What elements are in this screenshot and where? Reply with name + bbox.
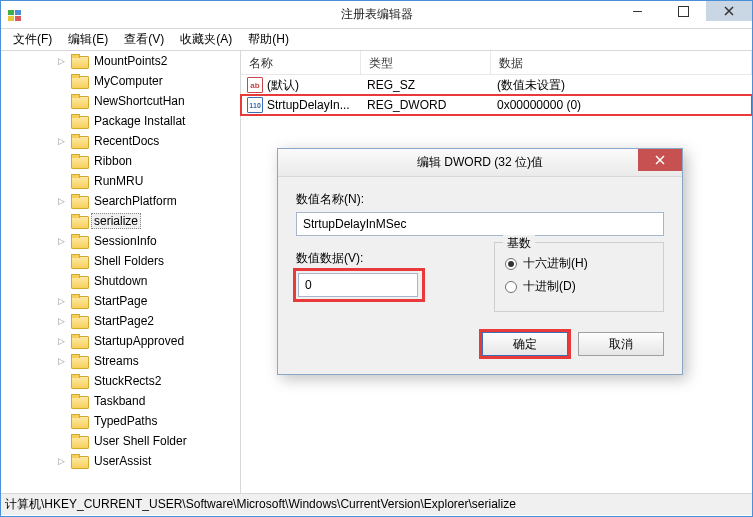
radio-dec[interactable]	[505, 281, 517, 293]
value-type: REG_SZ	[361, 78, 491, 92]
tree-arrow-icon[interactable]	[55, 296, 67, 306]
tree-item-taskband[interactable]: Taskband	[1, 391, 240, 411]
tree-item-label: RecentDocs	[91, 133, 162, 149]
folder-icon	[71, 254, 87, 268]
menu-view[interactable]: 查看(V)	[116, 29, 172, 50]
svg-rect-2	[8, 16, 14, 21]
close-button[interactable]	[706, 1, 752, 21]
ok-button-label: 确定	[513, 336, 537, 353]
tree-arrow-icon[interactable]	[55, 336, 67, 346]
col-type[interactable]: 类型	[361, 51, 491, 74]
tree-arrow-icon[interactable]	[55, 136, 67, 146]
folder-icon	[71, 274, 87, 288]
value-data-input[interactable]	[298, 273, 418, 297]
value-data: (数值未设置)	[491, 77, 752, 94]
tree-item-userassist[interactable]: UserAssist	[1, 451, 240, 471]
value-data-label: 数值数据(V):	[296, 250, 476, 267]
tree-arrow-icon[interactable]	[55, 56, 67, 66]
tree-arrow-icon[interactable]	[55, 356, 67, 366]
folder-icon	[71, 134, 87, 148]
tree-item-label: StuckRects2	[91, 373, 164, 389]
tree-item-searchplatform[interactable]: SearchPlatform	[1, 191, 240, 211]
tree-arrow-icon[interactable]	[55, 456, 67, 466]
folder-icon	[71, 354, 87, 368]
tree-item-serialize[interactable]: serialize	[1, 211, 240, 231]
svg-rect-3	[15, 16, 21, 21]
tree-item-streams[interactable]: Streams	[1, 351, 240, 371]
radio-hex[interactable]	[505, 258, 517, 270]
folder-icon	[71, 414, 87, 428]
tree-arrow-icon[interactable]	[55, 316, 67, 326]
value-name-input[interactable]	[296, 212, 664, 236]
tree-item-label: RunMRU	[91, 173, 146, 189]
value-data: 0x00000000 (0)	[491, 98, 752, 112]
folder-icon	[71, 374, 87, 388]
tree-item-newshortcuthan[interactable]: NewShortcutHan	[1, 91, 240, 111]
radio-dec-label: 十进制(D)	[523, 278, 576, 295]
maximize-button[interactable]	[660, 1, 706, 21]
minimize-button[interactable]	[614, 1, 660, 21]
folder-icon	[71, 54, 87, 68]
tree-item-shell-folders[interactable]: Shell Folders	[1, 251, 240, 271]
tree-pane: MountPoints2MyComputerNewShortcutHanPack…	[1, 51, 241, 493]
tree-item-label: NewShortcutHan	[91, 93, 188, 109]
string-value-icon: ab	[247, 77, 263, 93]
tree-item-label: StartPage	[91, 293, 150, 309]
tree-item-label: serialize	[91, 213, 141, 229]
menu-edit[interactable]: 编辑(E)	[60, 29, 116, 50]
dialog-titlebar[interactable]: 编辑 DWORD (32 位)值	[278, 149, 682, 177]
svg-rect-1	[15, 10, 21, 15]
tree-item-stuckrects2[interactable]: StuckRects2	[1, 371, 240, 391]
folder-icon	[71, 234, 87, 248]
tree-item-sessioninfo[interactable]: SessionInfo	[1, 231, 240, 251]
list-body: ab(默认)REG_SZ(数值未设置)110StrtupDelayIn...RE…	[241, 75, 752, 115]
col-name[interactable]: 名称	[241, 51, 361, 74]
folder-icon	[71, 94, 87, 108]
tree-arrow-icon[interactable]	[55, 236, 67, 246]
tree-item-label: SessionInfo	[91, 233, 160, 249]
folder-icon	[71, 194, 87, 208]
tree-item-ribbon[interactable]: Ribbon	[1, 151, 240, 171]
ok-button[interactable]: 确定	[482, 332, 568, 356]
folder-icon	[71, 114, 87, 128]
col-data[interactable]: 数据	[491, 51, 752, 74]
radio-hex-row[interactable]: 十六进制(H)	[505, 255, 653, 272]
window-title: 注册表编辑器	[341, 6, 413, 23]
tree-item-package-installat[interactable]: Package Installat	[1, 111, 240, 131]
tree-scroll[interactable]: MountPoints2MyComputerNewShortcutHanPack…	[1, 51, 240, 493]
status-path: 计算机\HKEY_CURRENT_USER\Software\Microsoft…	[5, 496, 516, 513]
tree-item-label: UserAssist	[91, 453, 154, 469]
tree-arrow-icon[interactable]	[55, 196, 67, 206]
tree-item-user-shell-folder[interactable]: User Shell Folder	[1, 431, 240, 451]
list-row[interactable]: 110StrtupDelayIn...REG_DWORD0x00000000 (…	[241, 95, 752, 115]
folder-icon	[71, 294, 87, 308]
tree-item-mountpoints2[interactable]: MountPoints2	[1, 51, 240, 71]
tree-item-shutdown[interactable]: Shutdown	[1, 271, 240, 291]
tree-item-label: Package Installat	[91, 113, 188, 129]
menu-favorites[interactable]: 收藏夹(A)	[172, 29, 240, 50]
tree-item-typedpaths[interactable]: TypedPaths	[1, 411, 240, 431]
tree-item-label: StartPage2	[91, 313, 157, 329]
dialog-body: 数值名称(N): 数值数据(V): 基数 十六进制(H) 十	[278, 177, 682, 374]
tree-item-startpage2[interactable]: StartPage2	[1, 311, 240, 331]
value-type: REG_DWORD	[361, 98, 491, 112]
tree-item-startupapproved[interactable]: StartupApproved	[1, 331, 240, 351]
cancel-button[interactable]: 取消	[578, 332, 664, 356]
tree-item-recentdocs[interactable]: RecentDocs	[1, 131, 240, 151]
base-fieldset: 基数 十六进制(H) 十进制(D)	[494, 242, 664, 312]
menu-file[interactable]: 文件(F)	[5, 29, 60, 50]
tree-item-runmru[interactable]: RunMRU	[1, 171, 240, 191]
tree-item-label: Shell Folders	[91, 253, 167, 269]
menubar: 文件(F) 编辑(E) 查看(V) 收藏夹(A) 帮助(H)	[1, 29, 752, 51]
tree-item-mycomputer[interactable]: MyComputer	[1, 71, 240, 91]
folder-icon	[71, 434, 87, 448]
radio-hex-label: 十六进制(H)	[523, 255, 588, 272]
tree-item-startpage[interactable]: StartPage	[1, 291, 240, 311]
tree-item-label: SearchPlatform	[91, 193, 180, 209]
titlebar: 注册表编辑器	[1, 1, 752, 29]
list-row[interactable]: ab(默认)REG_SZ(数值未设置)	[241, 75, 752, 95]
menu-help[interactable]: 帮助(H)	[240, 29, 297, 50]
radio-dec-row[interactable]: 十进制(D)	[505, 278, 653, 295]
value-name-label: 数值名称(N):	[296, 191, 664, 208]
dialog-close-button[interactable]	[638, 149, 682, 171]
